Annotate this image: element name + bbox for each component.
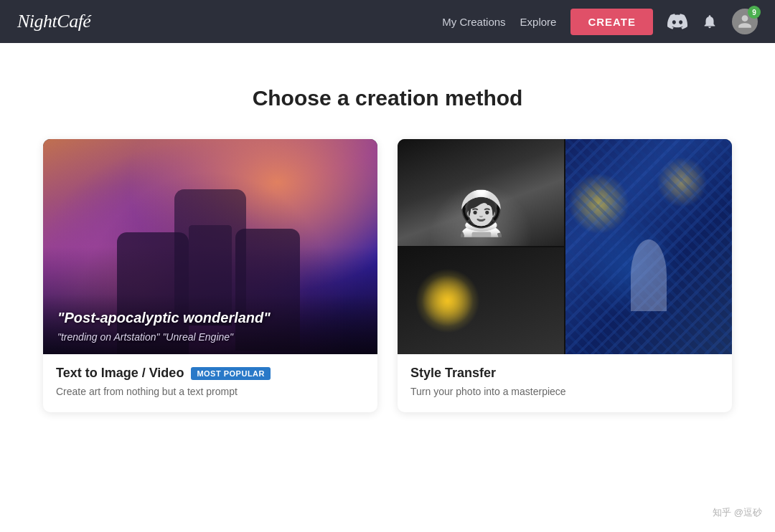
- nav-explore[interactable]: Explore: [520, 16, 557, 28]
- card-image-st: [398, 139, 732, 354]
- page-title: Choose a creation method: [29, 86, 746, 110]
- main-content: Choose a creation method "Post-apocalypt…: [0, 43, 775, 532]
- card-info-st: Style Transfer Turn your photo into a ma…: [398, 354, 732, 412]
- tti-image-overlay: "Post-apocalyptic wonderland" "trending …: [43, 294, 377, 354]
- st-img-astronaut-painted: [398, 247, 564, 354]
- st-img-moon: [398, 139, 564, 246]
- nav-my-creations[interactable]: My Creations: [442, 16, 505, 28]
- card-text-to-image[interactable]: "Post-apocalyptic wonderland" "trending …: [43, 139, 377, 412]
- avatar-wrap[interactable]: 9: [732, 9, 758, 34]
- st-img-starry-night: [565, 139, 732, 354]
- navbar: NightCafé My Creations Explore CREATE 9: [0, 0, 775, 43]
- tti-quote: "Post-apocalyptic wonderland": [57, 308, 363, 327]
- card-title-st: Style Transfer: [410, 366, 496, 381]
- card-title-tti: Text to Image / Video: [56, 366, 184, 381]
- card-info-tti: Text to Image / Video MOST POPULAR Creat…: [43, 354, 377, 412]
- card-title-row-st: Style Transfer: [410, 366, 719, 381]
- card-title-row-tti: Text to Image / Video MOST POPULAR: [56, 366, 365, 381]
- card-image-tti: "Post-apocalyptic wonderland" "trending …: [43, 139, 377, 354]
- discord-icon[interactable]: [667, 11, 687, 32]
- st-image-collage: [398, 139, 732, 354]
- bell-icon[interactable]: [702, 14, 718, 29]
- most-popular-badge: MOST POPULAR: [191, 367, 271, 380]
- site-logo[interactable]: NightCafé: [17, 11, 90, 32]
- card-desc-st: Turn your photo into a masterpiece: [410, 385, 719, 399]
- avatar-badge: 9: [748, 6, 761, 19]
- cards-grid: "Post-apocalyptic wonderland" "trending …: [43, 139, 732, 412]
- card-style-transfer[interactable]: Style Transfer Turn your photo into a ma…: [398, 139, 732, 412]
- create-button[interactable]: CREATE: [570, 9, 653, 35]
- watermark: 知乎 @逗砂: [713, 506, 762, 519]
- tti-subquote: "trending on Artstation" "Unreal Engine": [57, 331, 363, 343]
- navbar-right: My Creations Explore CREATE 9: [442, 9, 758, 35]
- card-desc-tti: Create art from nothing but a text promp…: [56, 385, 365, 399]
